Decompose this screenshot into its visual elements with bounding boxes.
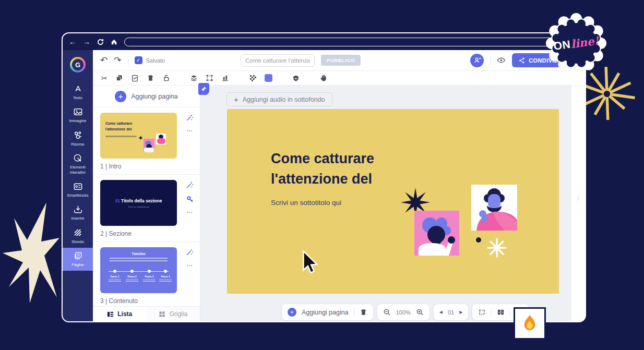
- fire-emoji-box: [514, 307, 546, 340]
- drag-handle-icon[interactable]: ⋮: [571, 195, 585, 201]
- align-bottom-icon[interactable]: [221, 74, 229, 82]
- more-options-icon[interactable]: •••: [187, 210, 193, 214]
- page-thumbnail-3[interactable]: Timeline Passo 1 Passo 2 Passo 3: [100, 247, 177, 293]
- editor-app: G A Testo Immagine Risorse Elementi inte…: [63, 50, 585, 321]
- illustration-person-right: [471, 185, 517, 231]
- paper-starburst-decoration: [1, 200, 65, 309]
- cut-icon[interactable]: ✂: [101, 74, 108, 82]
- online-badge-decoration: ON line!: [544, 11, 609, 76]
- magic-wand-icon[interactable]: [186, 181, 194, 191]
- delete-icon[interactable]: [147, 74, 154, 82]
- undo-icon[interactable]: ↶: [100, 56, 108, 65]
- zoom-group: 100%: [377, 304, 430, 320]
- plus-icon: +: [288, 308, 296, 317]
- main-column: ↶ ↷ ✓ Salvato PUBBLICO: [93, 50, 585, 321]
- sidebar-item-testo[interactable]: A Testo: [63, 81, 93, 104]
- project-title-input[interactable]: [241, 54, 315, 67]
- key-icon[interactable]: [186, 196, 194, 205]
- mouse-cursor: [301, 250, 319, 275]
- user-plus-icon: [473, 56, 481, 64]
- editor-header: ↶ ↷ ✓ Salvato PUBBLICO: [93, 50, 585, 71]
- duplicate-icon[interactable]: [115, 74, 123, 82]
- edit-toolbar: ✂: [93, 71, 585, 86]
- page-item-3: Timeline Passo 1 Passo 2 Passo 3: [93, 242, 200, 306]
- page-list: Come catturare l'attenzione del ✦ •••: [93, 107, 200, 306]
- interactive-elements-icon: [73, 153, 83, 163]
- insert-icon: [73, 204, 83, 214]
- preview-eye-icon[interactable]: [497, 56, 506, 65]
- visibility-badge: PUBBLICO: [321, 55, 361, 66]
- page-thumbnail-2[interactable]: 01Titolo della sezione Scrivi un sottoti…: [100, 180, 177, 226]
- content-area: + Aggiungi pagina Come catturare l'atten…: [93, 86, 585, 321]
- magic-wand-icon[interactable]: [186, 248, 194, 258]
- sidebar-item-risorse[interactable]: Risorse: [63, 127, 93, 150]
- slide-canvas[interactable]: Come catturare l'attenzione del Scrivi u…: [227, 109, 559, 294]
- redo-icon[interactable]: ↷: [114, 56, 121, 65]
- layout-panels-icon[interactable]: [497, 308, 505, 316]
- pages-icon: [73, 251, 83, 261]
- resources-icon: [73, 130, 83, 140]
- selection-frame-icon[interactable]: [206, 74, 213, 82]
- plus-icon: +: [115, 91, 126, 102]
- unlock-icon[interactable]: [162, 74, 170, 82]
- slide-subtitle[interactable]: Scrivi un sottotitolo qui: [271, 199, 341, 207]
- page-thumbnail-1[interactable]: Come catturare l'attenzione del ✦: [100, 113, 177, 159]
- browser-chrome: ← →: [63, 33, 585, 50]
- sidebar-item-sfondo[interactable]: Sfondo: [63, 225, 93, 248]
- sidebar-item-pagine[interactable]: Pagine: [63, 248, 93, 271]
- image-icon: [73, 107, 83, 117]
- add-page-button-top[interactable]: + Aggiungi pagina: [93, 86, 200, 107]
- grid-view-icon: [159, 311, 165, 318]
- canvas-area: + Aggiungi audio in sottofondo Come catt…: [200, 86, 571, 321]
- fire-emoji: [520, 314, 539, 333]
- page-label: 3 | Contenuto: [100, 297, 193, 305]
- black-dot-shape: [476, 237, 481, 243]
- delete-page-icon[interactable]: [360, 308, 367, 316]
- paste-icon[interactable]: [131, 74, 139, 82]
- saved-check-icon: ✓: [135, 56, 142, 64]
- layers-icon[interactable]: [190, 74, 198, 82]
- page-nav-group: ◀ 01 ▶: [434, 304, 469, 320]
- browser-window: ← → G A Testo Imm: [62, 32, 586, 322]
- slide-title[interactable]: Come catturare l'attenzione del: [271, 149, 401, 189]
- magic-wand-icon[interactable]: [186, 114, 194, 124]
- frame-grid-icon[interactable]: [478, 308, 486, 316]
- sidebar-item-immagine[interactable]: Immagine: [63, 104, 93, 127]
- saved-status: ✓ Salvato: [135, 56, 165, 64]
- sidebar: G A Testo Immagine Risorse Elementi inte…: [63, 50, 93, 321]
- next-page-icon[interactable]: ▶: [459, 310, 462, 315]
- page-label: 2 | Sezione: [100, 230, 193, 237]
- browser-url-bar[interactable]: [124, 38, 578, 46]
- sidebar-item-elementi-interattivi[interactable]: Elementi interattivi: [63, 150, 93, 178]
- sidebar-item-inserire[interactable]: Inserire: [63, 201, 93, 224]
- fill-color-swatch[interactable]: [265, 74, 272, 82]
- more-options-icon[interactable]: •••: [187, 263, 193, 268]
- white-asterisk-shape: [486, 237, 507, 260]
- zoom-level: 100%: [396, 309, 411, 316]
- add-page-button-bottom[interactable]: Aggiungi pagina: [302, 309, 349, 316]
- tab-lista[interactable]: Lista: [93, 307, 147, 321]
- zoom-out-icon[interactable]: [383, 308, 391, 316]
- tab-griglia[interactable]: Griglia: [147, 307, 200, 321]
- pan-hand-icon[interactable]: [319, 74, 327, 82]
- zoom-in-icon[interactable]: [416, 308, 424, 316]
- previous-page-icon[interactable]: ◀: [439, 310, 443, 315]
- browser-reload-icon[interactable]: [97, 39, 104, 45]
- shield-icon[interactable]: [292, 75, 300, 82]
- sidebar-item-smartblocks[interactable]: Smartblocks: [63, 178, 93, 201]
- genially-logo[interactable]: G: [70, 57, 86, 73]
- browser-forward-icon[interactable]: →: [83, 38, 90, 45]
- background-icon: [73, 228, 83, 238]
- add-audio-button[interactable]: + Aggiungi audio in sottofondo: [226, 92, 332, 106]
- browser-home-icon[interactable]: [111, 39, 117, 45]
- browser-back-icon[interactable]: ←: [69, 38, 76, 45]
- text-icon: A: [73, 84, 83, 94]
- more-options-icon[interactable]: •••: [187, 128, 193, 133]
- transparency-icon[interactable]: [249, 74, 257, 82]
- plus-icon: +: [234, 95, 238, 104]
- svg-text:A: A: [75, 84, 81, 93]
- add-collaborator-button[interactable]: [470, 54, 484, 67]
- pages-panel: + Aggiungi pagina Come catturare l'atten…: [93, 86, 200, 321]
- pin-panel-button[interactable]: [198, 83, 209, 95]
- list-view-icon: [107, 311, 114, 318]
